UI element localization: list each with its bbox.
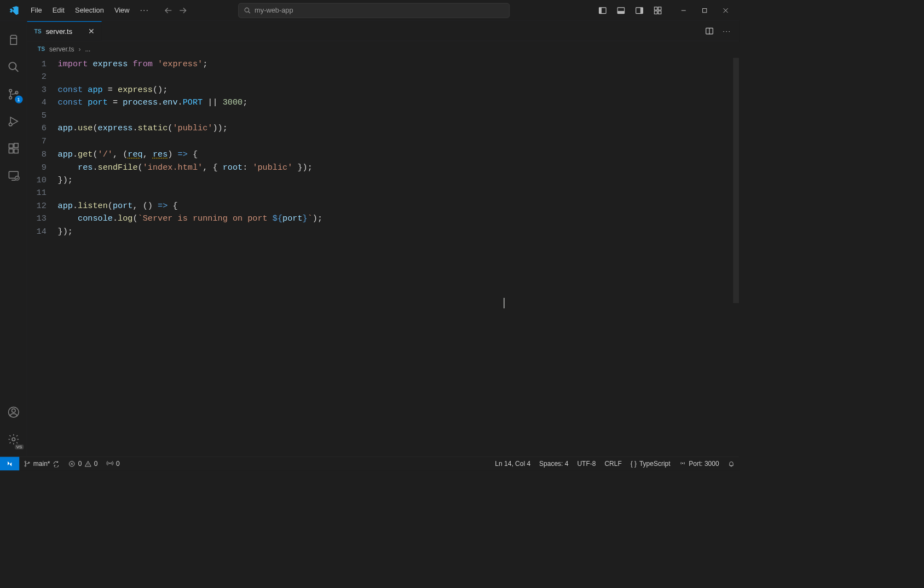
customize-layout-icon[interactable] xyxy=(649,2,667,19)
svg-point-14 xyxy=(9,96,11,99)
error-icon xyxy=(68,460,76,467)
activity-source-control-icon[interactable]: 1 xyxy=(0,80,27,108)
status-encoding[interactable]: UTF-8 xyxy=(573,457,600,470)
svg-point-13 xyxy=(9,89,11,92)
git-branch-icon xyxy=(24,460,31,467)
ports-forwarded-count: 0 xyxy=(116,460,120,468)
window-close-icon[interactable] xyxy=(715,2,736,19)
menu-file[interactable]: File xyxy=(26,4,47,17)
scrollbar[interactable] xyxy=(733,58,739,303)
command-center-search[interactable]: my-web-app xyxy=(239,3,510,18)
editor-group: TS server.ts ✕ ··· TS server.ts › ... 12… xyxy=(27,21,740,456)
menu-overflow-icon[interactable]: ··· xyxy=(136,3,154,18)
status-indentation[interactable]: Spaces: 4 xyxy=(535,457,573,470)
toggle-primary-sidebar-icon[interactable] xyxy=(594,2,611,19)
split-editor-icon[interactable] xyxy=(702,23,718,39)
svg-rect-20 xyxy=(14,143,18,147)
line-number-gutter: 1234567891011121314 xyxy=(27,56,58,456)
search-icon xyxy=(244,7,251,14)
svg-rect-8 xyxy=(658,7,661,10)
menu-selection[interactable]: Selection xyxy=(71,4,108,17)
status-language-mode[interactable]: { } TypeScript xyxy=(626,457,675,470)
svg-point-25 xyxy=(12,438,15,441)
toggle-panel-icon[interactable] xyxy=(612,2,630,19)
language-mode-text: TypeScript xyxy=(639,460,671,468)
typescript-file-icon: TS xyxy=(34,28,41,34)
svg-rect-19 xyxy=(14,149,18,153)
tab-bar: TS server.ts ✕ ··· xyxy=(27,21,740,41)
window-maximize-icon[interactable] xyxy=(695,2,715,19)
svg-point-28 xyxy=(25,465,26,466)
tab-server-ts[interactable]: TS server.ts ✕ xyxy=(27,21,102,41)
nav-forward-icon[interactable] xyxy=(177,5,188,15)
text-cursor-icon xyxy=(504,298,505,308)
warning-icon xyxy=(84,460,91,467)
nav-back-icon[interactable] xyxy=(163,5,174,15)
svg-rect-11 xyxy=(703,8,707,12)
remote-indicator-icon[interactable] xyxy=(0,457,19,470)
source-control-badge: 1 xyxy=(15,95,22,103)
svg-point-16 xyxy=(9,123,12,126)
status-eol[interactable]: CRLF xyxy=(600,457,626,470)
tab-close-icon[interactable]: ✕ xyxy=(88,26,95,36)
svg-rect-4 xyxy=(617,11,625,14)
branch-name: main* xyxy=(33,460,50,468)
status-cursor-position[interactable]: Ln 14, Col 4 xyxy=(490,457,535,470)
port-text: Port: 3000 xyxy=(689,460,719,468)
status-branch[interactable]: main* xyxy=(19,457,64,470)
svg-point-12 xyxy=(9,62,16,70)
activity-extensions-icon[interactable] xyxy=(0,135,27,162)
svg-point-31 xyxy=(109,463,111,464)
status-bar: main* 0 0 0 Ln 14, Col 4 Spaces: 4 UTF-8… xyxy=(0,457,739,471)
toggle-secondary-sidebar-icon[interactable] xyxy=(631,2,648,19)
status-ports-forwarded[interactable]: 0 xyxy=(102,457,124,470)
svg-rect-10 xyxy=(658,11,661,14)
activity-run-debug-icon[interactable] xyxy=(0,108,27,135)
svg-rect-9 xyxy=(654,11,657,14)
warning-count: 0 xyxy=(94,460,98,468)
status-problems[interactable]: 0 0 xyxy=(64,457,102,470)
error-count: 0 xyxy=(78,460,82,468)
window-minimize-icon[interactable] xyxy=(673,2,694,19)
svg-rect-7 xyxy=(654,7,657,10)
breadcrumb-filename[interactable]: server.ts xyxy=(49,45,74,53)
activity-search-icon[interactable] xyxy=(0,54,27,81)
breadcrumb-ts-icon: TS xyxy=(38,45,45,52)
activity-remote-explorer-icon[interactable] xyxy=(0,162,27,189)
menu-view[interactable]: View xyxy=(110,4,134,17)
breadcrumb-tail[interactable]: ... xyxy=(85,45,90,53)
svg-rect-18 xyxy=(9,149,13,153)
activity-explorer-icon[interactable] xyxy=(0,26,27,54)
svg-point-0 xyxy=(245,8,249,11)
radio-tower-icon xyxy=(106,460,113,467)
tab-filename: server.ts xyxy=(46,27,72,35)
svg-rect-6 xyxy=(640,7,643,13)
code-editor[interactable]: 1234567891011121314 import express from … xyxy=(27,56,740,456)
svg-point-27 xyxy=(25,461,26,462)
menu-edit[interactable]: Edit xyxy=(48,4,69,17)
activity-bar: 1 VS xyxy=(0,21,27,456)
chevron-right-icon: › xyxy=(78,45,80,53)
settings-badge: VS xyxy=(15,445,23,449)
svg-rect-17 xyxy=(9,144,13,148)
activity-settings-icon[interactable]: VS xyxy=(0,426,27,453)
svg-rect-2 xyxy=(599,7,602,13)
search-text: my-web-app xyxy=(255,7,293,14)
status-port[interactable]: Port: 3000 xyxy=(675,457,724,470)
main-area: 1 VS TS server.ts ✕ ·· xyxy=(0,21,739,456)
svg-point-24 xyxy=(11,409,15,413)
title-bar: File Edit Selection View ··· my-web-app xyxy=(0,0,739,21)
status-notifications-icon[interactable] xyxy=(724,457,740,470)
broadcast-icon xyxy=(679,460,686,467)
code-content[interactable]: import express from 'express';const app … xyxy=(58,56,740,456)
braces-icon: { } xyxy=(631,460,637,468)
activity-accounts-icon[interactable] xyxy=(0,399,27,426)
svg-point-32 xyxy=(682,463,683,464)
editor-more-actions-icon[interactable]: ··· xyxy=(719,23,735,39)
breadcrumb-bar[interactable]: TS server.ts › ... xyxy=(27,41,740,56)
sync-icon[interactable] xyxy=(53,460,60,467)
vscode-logo-icon xyxy=(8,4,20,16)
